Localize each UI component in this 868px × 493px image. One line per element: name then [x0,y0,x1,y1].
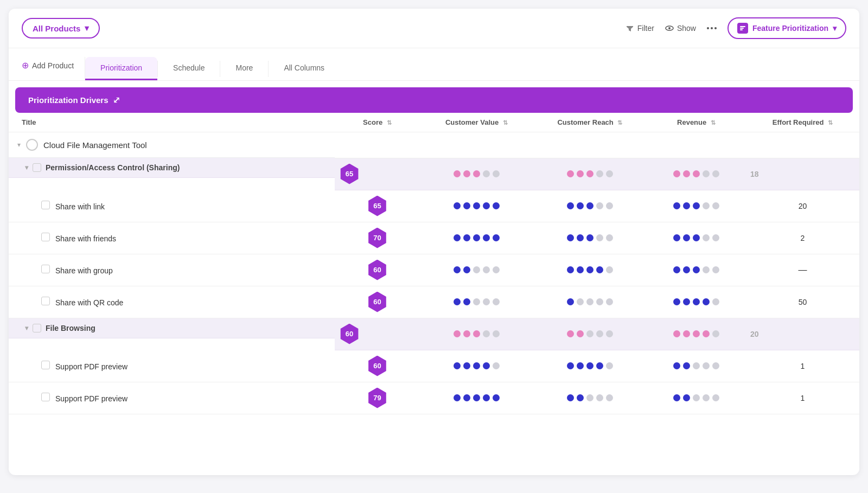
filter-label: Filter [637,24,654,33]
customer-reach-cell [533,382,647,414]
effort-filter-icon[interactable]: ⇅ [828,119,833,126]
customer-value-cell [420,318,533,350]
row-title-label: Share with friends [55,234,116,243]
dot2 [711,27,713,29]
effort-value: 50 [799,298,807,306]
score-cell: 79 [335,382,420,414]
col-score: Score ⇅ [335,113,420,132]
cv-filter-icon[interactable]: ⇅ [503,119,508,126]
row-checkbox[interactable] [41,265,50,273]
revenue-cell [647,222,746,254]
title-cell: ▾Permission/Access Control (Sharing) [9,158,335,178]
row-checkbox[interactable] [41,393,50,401]
title-cell: Share with QR code [9,286,335,318]
customer-reach-cell [533,222,647,254]
col-effort: Effort Required ⇅ [746,113,859,132]
chevron-down-icon: ▾ [85,23,89,33]
cloud-effort-cell [746,132,859,158]
title-cell: Share with group [9,254,335,286]
col-revenue: Revenue ⇅ [647,113,746,132]
row-title-label: Support PDF preview [55,394,127,403]
revenue-cell [647,286,746,318]
show-label: Show [677,24,696,33]
feature-icon [737,23,748,34]
add-product-label: Add Product [32,61,74,70]
sub-header: ⊕ Add Product Prioritization Schedule Mo… [9,48,859,81]
rev-filter-icon[interactable]: ⇅ [711,119,716,126]
cloud-cv-cell [420,132,533,158]
revenue-cell [647,318,746,350]
cloud-group-name: Cloud File Management Tool [43,140,147,150]
row-checkbox[interactable] [41,233,50,241]
effort-cell: 20 [746,190,859,222]
effort-cell: 1 [746,350,859,382]
filter-action[interactable]: Filter [626,24,654,33]
subgroup-checkbox[interactable] [33,324,41,332]
show-action[interactable]: Show [665,24,696,33]
add-product-button[interactable]: ⊕ Add Product [22,60,74,77]
revenue-cell [647,350,746,382]
product-dropdown-label: All Products [33,24,80,33]
cloud-rev-cell [647,132,746,158]
cloud-title-cell: ▾ Cloud File Management Tool [9,132,335,158]
drivers-header-cell: Prioritization Drivers ⤢ [9,81,859,113]
score-filter-icon[interactable]: ⇅ [387,119,392,126]
cloud-group-row: ▾ Cloud File Management Tool [9,132,859,158]
drivers-header-bar[interactable]: Prioritization Drivers ⤢ [15,87,853,113]
product-dropdown[interactable]: All Products ▾ [22,18,100,39]
score-cell: 70 [335,222,420,254]
tab-prioritization[interactable]: Prioritization [85,57,157,80]
plus-icon: ⊕ [22,60,29,71]
customer-value-cell [420,286,533,318]
data-row: Share with friends702 [9,222,859,254]
subgroup-chevron-icon[interactable]: ▾ [25,324,28,332]
svg-rect-4 [740,29,743,30]
score-cell: 60 [335,254,420,286]
effort-cell: 2 [746,222,859,254]
row-checkbox[interactable] [41,297,50,305]
cr-filter-icon[interactable]: ⇅ [617,119,622,126]
filter-icon [626,24,634,33]
cloud-chevron-icon[interactable]: ▾ [17,141,21,149]
subgroup-row: ▾Permission/Access Control (Sharing)6518 [9,158,859,190]
subgroup-checkbox[interactable] [33,163,41,172]
tab-schedule[interactable]: Schedule [158,57,220,80]
more-actions[interactable] [707,27,717,29]
data-row: Share with QR code6050 [9,286,859,318]
row-checkbox[interactable] [41,361,50,369]
title-cell: Support PDF preview [9,350,335,382]
revenue-cell [647,158,746,190]
title-cell: Support PDF preview [9,382,335,414]
customer-value-cell [420,158,533,190]
row-title-label: Support PDF preview [55,362,127,371]
subgroup-title-label: File Browsing [46,324,95,332]
feature-prioritization-button[interactable]: Feature Prioritization ▾ [727,17,846,39]
col-customer-reach: Customer Reach ⇅ [533,113,647,132]
content-area: Prioritization Drivers ⤢ Title Score ⇅ [9,81,859,414]
svg-point-1 [668,27,671,29]
revenue-cell [647,382,746,414]
score-cell: 65 [335,158,420,190]
title-cell: Share with friends [9,222,335,254]
title-cell: ▾File Browsing [9,318,335,338]
effort-value: — [798,265,807,274]
effort-value: 20 [750,330,759,338]
data-row: Support PDF preview601 [9,350,859,382]
cloud-circle-icon [26,139,38,151]
score-cell: 60 [335,286,420,318]
cloud-cr-cell [533,132,647,158]
header: All Products ▾ Filter Show [9,9,859,48]
svg-rect-2 [740,26,745,27]
data-row: Support PDF preview791 [9,382,859,414]
row-checkbox[interactable] [41,201,50,209]
row-title-label: Share with QR code [55,298,123,307]
tab-all-columns[interactable]: All Columns [269,57,340,80]
col-headers-row: Title Score ⇅ Customer Value ⇅ Customer … [9,113,859,132]
subgroup-chevron-icon[interactable]: ▾ [25,164,28,171]
feature-btn-label: Feature Prioritization [752,24,828,33]
tab-more[interactable]: More [220,57,268,80]
effort-value: 1 [801,394,805,402]
score-cell: 65 [335,190,420,222]
customer-reach-cell [533,190,647,222]
expand-icon: ⤢ [113,95,120,105]
